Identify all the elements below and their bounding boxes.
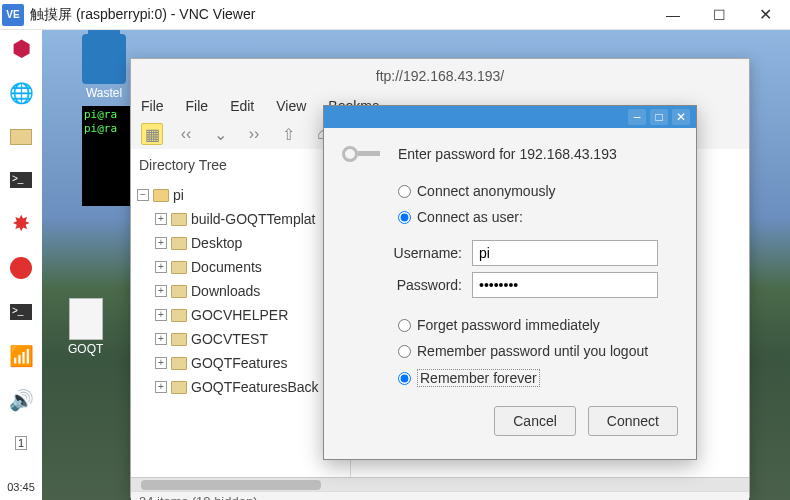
tree-item-label: GOQTFeatures: [191, 355, 287, 371]
folder-icon: [171, 285, 187, 298]
folder-icon: [171, 381, 187, 394]
auth-dialog: – □ ✕ Enter password for 192.168.43.193 …: [323, 105, 697, 460]
volume-icon[interactable]: 🔊: [7, 387, 35, 413]
tree-item[interactable]: +Desktop: [137, 231, 344, 255]
directory-tree: Directory Tree − pi +build-GOQTTemplat+D…: [131, 149, 351, 477]
folder-icon: [171, 237, 187, 250]
tree-item-label: Desktop: [191, 235, 242, 251]
cancel-button[interactable]: Cancel: [494, 406, 576, 436]
radio-forget-label: Forget password immediately: [417, 317, 600, 333]
folder-icon: [171, 261, 187, 274]
folder-icon: [171, 357, 187, 370]
trash-label: Wastel: [82, 86, 126, 100]
clock: 03:45: [7, 474, 35, 500]
star-icon[interactable]: ✸: [7, 211, 35, 237]
forward-button[interactable]: ››: [243, 123, 265, 145]
maximize-button[interactable]: ☐: [696, 1, 742, 29]
radio-as-user-label: Connect as user:: [417, 209, 523, 225]
folder-icon: [171, 213, 187, 226]
terminal2-icon[interactable]: >_: [7, 299, 35, 325]
auth-prompt: Enter password for 192.168.43.193: [398, 146, 617, 162]
radio-anonymous[interactable]: Connect anonymously: [398, 178, 678, 204]
tree-item[interactable]: +GOCVTEST: [137, 327, 344, 351]
radio-forget[interactable]: Forget password immediately: [398, 312, 678, 338]
tree-item[interactable]: +GOQTFeatures: [137, 351, 344, 375]
tree-root-label: pi: [173, 187, 184, 203]
tree-item[interactable]: +GOQTFeaturesBack: [137, 375, 344, 399]
tree-item[interactable]: +Documents: [137, 255, 344, 279]
expand-icon[interactable]: +: [155, 381, 167, 393]
vnc-logo-icon: VE: [2, 4, 24, 26]
dialog-maximize-button[interactable]: □: [650, 109, 668, 125]
host-taskbar: ⬢ 🌐 >_ ✸ >_ 📶 🔊 1 03:45: [0, 30, 42, 500]
menu-view[interactable]: View: [276, 98, 306, 114]
trash-icon[interactable]: Wastel: [82, 34, 126, 100]
tree-item[interactable]: +build-GOQTTemplat: [137, 207, 344, 231]
tree-item-label: build-GOQTTemplat: [191, 211, 315, 227]
password-input[interactable]: [472, 272, 658, 298]
directory-tree-title: Directory Tree: [139, 157, 344, 173]
radio-forever-input[interactable]: [398, 372, 411, 385]
ladybug-icon[interactable]: [7, 255, 35, 281]
expand-icon[interactable]: +: [155, 261, 167, 273]
dialog-minimize-button[interactable]: –: [628, 109, 646, 125]
radio-session-label: Remember password until you logout: [417, 343, 648, 359]
window-titlebar: VE 触摸屏 (raspberrypi:0) - VNC Viewer — ☐ …: [0, 0, 790, 30]
radio-anonymous-label: Connect anonymously: [417, 183, 556, 199]
tree-item-label: GOCVHELPER: [191, 307, 288, 323]
radio-as-user[interactable]: Connect as user:: [398, 204, 678, 230]
horizontal-scrollbar[interactable]: [131, 477, 749, 491]
tree-item-label: GOQTFeaturesBack: [191, 379, 319, 395]
username-label: Username:: [372, 245, 462, 261]
dialog-titlebar: – □ ✕: [324, 106, 696, 128]
expand-icon[interactable]: +: [155, 285, 167, 297]
close-button[interactable]: ✕: [742, 1, 788, 29]
home-folder-icon: [153, 189, 169, 202]
pager-indicator[interactable]: 1: [7, 430, 35, 456]
raspberry-icon[interactable]: ⬢: [7, 36, 35, 62]
radio-session-input[interactable]: [398, 345, 411, 358]
address-bar: ftp://192.168.43.193/: [131, 59, 749, 93]
menu-file[interactable]: File: [141, 98, 164, 114]
folder-icon: [171, 309, 187, 322]
connect-button[interactable]: Connect: [588, 406, 678, 436]
expand-icon[interactable]: +: [155, 237, 167, 249]
history-dropdown[interactable]: ⌄: [209, 123, 231, 145]
desktop-goqt-label: GOQT: [68, 342, 103, 356]
up-button[interactable]: ⇧: [277, 123, 299, 145]
back-button[interactable]: ‹‹: [175, 123, 197, 145]
tree-item-label: Downloads: [191, 283, 260, 299]
window-title: 触摸屏 (raspberrypi:0) - VNC Viewer: [30, 6, 650, 24]
tree-item[interactable]: +Downloads: [137, 279, 344, 303]
folder-icon[interactable]: [7, 124, 35, 150]
wifi-icon[interactable]: 📶: [7, 343, 35, 369]
dialog-close-button[interactable]: ✕: [672, 109, 690, 125]
username-input[interactable]: [472, 240, 658, 266]
collapse-icon[interactable]: −: [137, 189, 149, 201]
expand-icon[interactable]: +: [155, 357, 167, 369]
radio-forever-label: Remember forever: [417, 369, 540, 387]
desktop-goqt-icon[interactable]: GOQT: [68, 298, 103, 356]
radio-forget-input[interactable]: [398, 319, 411, 332]
fm-statusbar: 24 items (19 hidden): [131, 491, 749, 500]
radio-session[interactable]: Remember password until you logout: [398, 338, 678, 364]
password-label: Password:: [372, 277, 462, 293]
terminal-icon[interactable]: >_: [7, 168, 35, 194]
expand-icon[interactable]: +: [155, 213, 167, 225]
radio-as-user-input[interactable]: [398, 211, 411, 224]
radio-anonymous-input[interactable]: [398, 185, 411, 198]
tree-root[interactable]: − pi: [137, 183, 344, 207]
radio-forever[interactable]: Remember forever: [398, 364, 678, 392]
key-icon: [342, 142, 382, 166]
tree-item[interactable]: +GOCVHELPER: [137, 303, 344, 327]
new-tab-button[interactable]: ▦: [141, 123, 163, 145]
tree-item-label: Documents: [191, 259, 262, 275]
tree-item-label: GOCVTEST: [191, 331, 268, 347]
minimize-button[interactable]: —: [650, 1, 696, 29]
expand-icon[interactable]: +: [155, 309, 167, 321]
menu-file-2[interactable]: File: [186, 98, 209, 114]
folder-icon: [171, 333, 187, 346]
globe-icon[interactable]: 🌐: [7, 80, 35, 106]
expand-icon[interactable]: +: [155, 333, 167, 345]
menu-edit[interactable]: Edit: [230, 98, 254, 114]
